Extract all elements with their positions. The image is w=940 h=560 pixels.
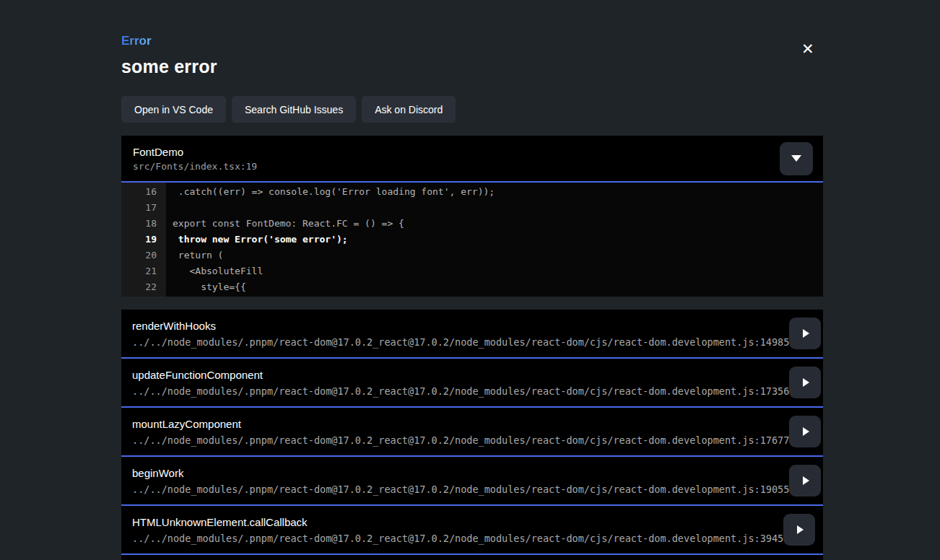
line-text: style={{ xyxy=(166,279,246,295)
chevron-down-icon xyxy=(791,155,801,162)
stack-frame-row xyxy=(121,555,823,560)
code-line: 20 return ( xyxy=(121,248,823,263)
error-overlay: Error some error Open in VS Code Search … xyxy=(121,0,823,560)
line-text: <AbsoluteFill xyxy=(166,263,263,279)
stack-frame-path: ../../node_modules/.pnpm/react-dom@17.0.… xyxy=(132,484,789,495)
code-line-highlighted: 19 throw new Error('some error'); xyxy=(121,232,823,248)
close-icon: ✕ xyxy=(801,40,814,58)
play-icon xyxy=(803,378,809,387)
stack-frame-info: updateFunctionComponent../../node_module… xyxy=(132,369,789,397)
stack-frame-row: updateFunctionComponent../../node_module… xyxy=(121,359,823,408)
stack-frame-path: ../../node_modules/.pnpm/react-dom@17.0.… xyxy=(132,385,789,397)
line-text: .catch((err) => console.log('Error loadi… xyxy=(166,184,495,200)
line-text: throw new Error('some error'); xyxy=(166,232,348,248)
code-frame-title: FontDemo xyxy=(133,146,257,158)
play-icon xyxy=(803,329,809,338)
code-snippet: 16 .catch((err) => console.log('Error lo… xyxy=(121,183,823,297)
code-frame-heading: FontDemo src/Fonts/index.tsx:19 xyxy=(133,146,257,172)
expand-stack-frame-button[interactable] xyxy=(789,465,821,496)
line-text xyxy=(166,200,173,216)
collapse-frame-button[interactable] xyxy=(780,142,813,175)
action-buttons: Open in VS Code Search GitHub Issues Ask… xyxy=(121,96,823,123)
code-line: 16 .catch((err) => console.log('Error lo… xyxy=(121,184,823,200)
stack-frame-name: beginWork xyxy=(132,467,789,479)
stack-frame-row: mountLazyComponent../../node_modules/.pn… xyxy=(121,408,823,457)
stack-frame-name: HTMLUnknownElement.callCallback xyxy=(132,516,783,528)
ask-on-discord-button[interactable]: Ask on Discord xyxy=(362,96,456,123)
play-icon xyxy=(803,476,809,485)
code-line: 22 style={{ xyxy=(121,279,823,295)
stack-frame-path: ../../node_modules/.pnpm/react-dom@17.0.… xyxy=(132,533,783,544)
line-number: 22 xyxy=(121,279,166,295)
stack-frame-path: ../../node_modules/.pnpm/react-dom@17.0.… xyxy=(132,336,789,348)
line-number: 20 xyxy=(121,248,166,263)
stack-frame-name: renderWithHooks xyxy=(132,320,789,332)
open-in-vscode-button[interactable]: Open in VS Code xyxy=(121,96,226,123)
play-icon xyxy=(797,525,804,534)
stack-frame-info: mountLazyComponent../../node_modules/.pn… xyxy=(132,418,789,446)
stack-frame-row: beginWork../../node_modules/.pnpm/react-… xyxy=(121,457,823,506)
stack-frame-row: HTMLUnknownElement.callCallback../../nod… xyxy=(121,506,823,555)
line-number: 21 xyxy=(121,263,166,279)
code-line: 17 xyxy=(121,200,823,216)
code-frame-location: src/Fonts/index.tsx:19 xyxy=(133,161,257,172)
stack-frame-info: beginWork../../node_modules/.pnpm/react-… xyxy=(132,467,789,495)
stack-frame-path: ../../node_modules/.pnpm/react-dom@17.0.… xyxy=(132,434,789,446)
line-number: 18 xyxy=(121,216,166,232)
stack-frame-info: renderWithHooks../../node_modules/.pnpm/… xyxy=(132,320,789,348)
line-text: return ( xyxy=(166,248,223,263)
line-number: 19 xyxy=(121,232,166,248)
line-number: 16 xyxy=(121,184,166,200)
stack-frame-name: updateFunctionComponent xyxy=(132,369,789,381)
expand-stack-frame-button[interactable] xyxy=(783,514,815,546)
stack-frame-info: HTMLUnknownElement.callCallback../../nod… xyxy=(132,516,783,544)
stack-frame-list: renderWithHooks../../node_modules/.pnpm/… xyxy=(121,310,823,560)
stack-frame-row: renderWithHooks../../node_modules/.pnpm/… xyxy=(121,310,823,359)
error-type-label: Error xyxy=(121,34,152,48)
code-line: 21 <AbsoluteFill xyxy=(121,263,823,279)
play-icon xyxy=(803,427,809,436)
expand-stack-frame-button[interactable] xyxy=(789,318,821,349)
expand-stack-frame-button[interactable] xyxy=(789,367,821,398)
expand-stack-frame-button[interactable] xyxy=(789,416,821,447)
stack-frame-name: mountLazyComponent xyxy=(132,418,789,430)
code-frame: FontDemo src/Fonts/index.tsx:19 16 .catc… xyxy=(121,136,823,297)
code-frame-header: FontDemo src/Fonts/index.tsx:19 xyxy=(121,136,823,183)
line-text: export const FontDemo: React.FC = () => … xyxy=(166,216,404,232)
code-line: 18export const FontDemo: React.FC = () =… xyxy=(121,216,823,232)
line-number: 17 xyxy=(121,200,166,216)
search-github-issues-button[interactable]: Search GitHub Issues xyxy=(232,96,356,123)
close-button[interactable]: ✕ xyxy=(801,42,814,57)
error-message: some error xyxy=(121,56,823,77)
